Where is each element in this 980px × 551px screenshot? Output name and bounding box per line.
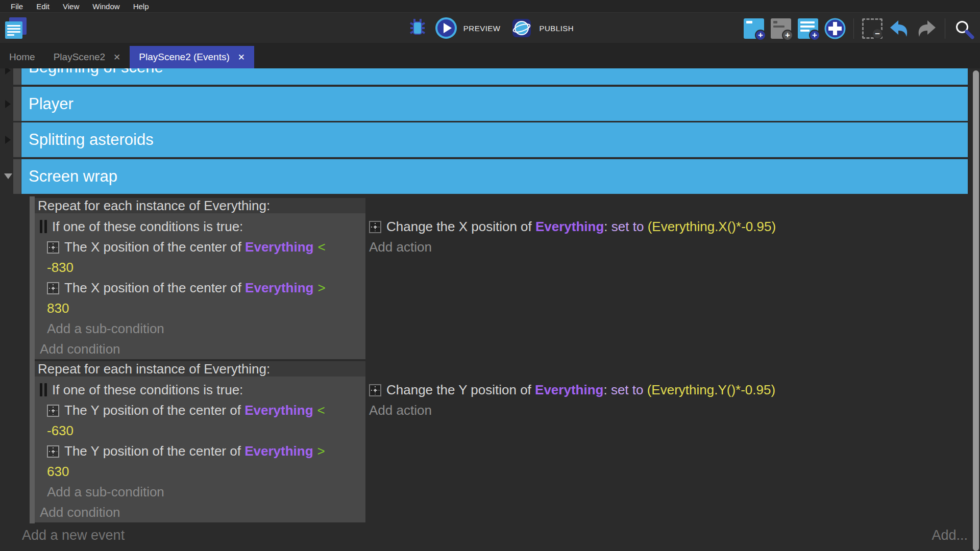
condition-row[interactable]: The Y position of the center of Everythi… — [47, 400, 361, 441]
position-icon — [369, 384, 381, 396]
repeat-event-header[interactable]: Repeat for each instance of Everything: — [35, 198, 365, 213]
group-drag-handle[interactable] — [13, 87, 21, 121]
event-group-splitting-asteroids[interactable]: Splitting asteroids — [21, 122, 968, 157]
add-event-icon[interactable]: + — [743, 17, 765, 40]
position-icon — [47, 445, 59, 458]
toolbar-separator — [945, 18, 945, 39]
menu-help[interactable]: Help — [127, 2, 156, 11]
choose-add-event-icon[interactable] — [824, 17, 846, 40]
action-row[interactable]: Change the X position of Everything: set… — [369, 216, 839, 237]
toolbar-separator — [853, 18, 854, 39]
or-condition-row[interactable]: If one of these conditions is true: — [40, 380, 361, 400]
or-condition-row[interactable]: If one of these conditions is true: — [40, 216, 361, 237]
add-action-button[interactable]: Add action — [369, 237, 839, 257]
chevron-down-icon[interactable] — [4, 173, 12, 179]
event-group-screen-wrap[interactable]: Screen wrap — [21, 159, 968, 194]
add-sub-condition-button[interactable]: Add a sub-condition — [47, 318, 361, 339]
conditions-panel: If one of these conditions is true: The … — [35, 377, 365, 522]
vertical-scrollbar[interactable] — [973, 70, 979, 551]
chevron-right-icon[interactable] — [5, 68, 11, 74]
add-sub-event-icon[interactable]: + — [797, 17, 819, 40]
tab-playscene2[interactable]: PlayScene2 ✕ — [44, 46, 130, 68]
add-more-button[interactable]: Add... — [932, 528, 968, 543]
condition-row[interactable]: The X position of the center of Everythi… — [47, 237, 361, 278]
events-sheet: Beginning of scene Player Splitting aste… — [0, 68, 980, 551]
close-icon[interactable]: ✕ — [238, 52, 245, 63]
redo-icon[interactable] — [915, 17, 938, 40]
tab-bar: Home PlayScene2 ✕ PlayScene2 (Events) ✕ — [0, 43, 980, 68]
main-toolbar: PREVIEW PUBLISH + + — [0, 12, 980, 43]
debug-bug-icon[interactable] — [406, 17, 429, 39]
close-icon[interactable]: ✕ — [113, 52, 120, 63]
or-icon — [40, 220, 47, 233]
add-action-button[interactable]: Add action — [369, 400, 839, 420]
menu-bar: File Edit View Window Help — [0, 0, 980, 12]
publish-button[interactable]: PUBLISH — [539, 24, 574, 33]
menu-file[interactable]: File — [4, 2, 30, 11]
action-row[interactable]: Change the Y position of Everything: set… — [369, 380, 839, 400]
add-new-event-button[interactable]: Add a new event — [22, 528, 125, 543]
position-icon — [47, 282, 59, 294]
condition-row[interactable]: The X position of the center of Everythi… — [47, 278, 361, 318]
menu-window[interactable]: Window — [86, 2, 126, 11]
repeat-event-header[interactable]: Repeat for each instance of Everything: — [35, 361, 365, 377]
group-indent-bar — [30, 196, 35, 523]
conditions-panel: If one of these conditions is true: The … — [35, 213, 365, 359]
add-comment-icon[interactable]: + — [770, 17, 792, 40]
tab-playscene2-events[interactable]: PlayScene2 (Events) ✕ — [130, 46, 254, 68]
group-drag-handle[interactable] — [13, 122, 21, 157]
search-icon[interactable] — [952, 17, 975, 40]
group-drag-handle[interactable] — [13, 159, 21, 194]
position-icon — [369, 221, 381, 233]
actions-panel: Change the X position of Everything: set… — [369, 216, 839, 257]
tab-home[interactable]: Home — [0, 46, 44, 68]
add-sub-condition-button[interactable]: Add a sub-condition — [47, 482, 361, 502]
event-group-beginning-of-scene[interactable]: Beginning of scene — [0, 68, 980, 85]
menu-edit[interactable]: Edit — [30, 2, 56, 11]
event-group-player[interactable]: Player — [21, 87, 968, 121]
menu-view[interactable]: View — [56, 2, 86, 11]
publish-globe-icon[interactable] — [510, 17, 533, 39]
chevron-right-icon[interactable] — [5, 100, 11, 108]
position-icon — [47, 241, 59, 254]
or-icon — [40, 383, 47, 396]
add-condition-button[interactable]: Add condition — [40, 339, 361, 359]
chevron-right-icon[interactable] — [5, 136, 11, 144]
preview-play-icon[interactable] — [435, 17, 457, 39]
position-icon — [47, 405, 59, 417]
undo-icon[interactable] — [888, 17, 911, 40]
add-condition-button[interactable]: Add condition — [40, 502, 361, 522]
preview-button[interactable]: PREVIEW — [463, 24, 501, 33]
remove-selection-icon[interactable]: – — [861, 17, 884, 40]
condition-row[interactable]: The Y position of the center of Everythi… — [47, 441, 361, 482]
actions-panel: Change the Y position of Everything: set… — [369, 380, 839, 420]
